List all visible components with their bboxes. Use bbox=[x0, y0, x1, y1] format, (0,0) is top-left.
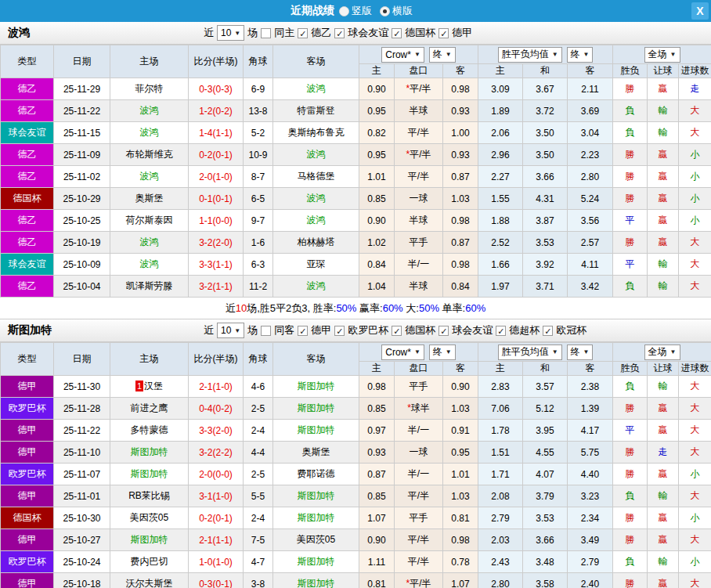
league-checkbox[interactable]: ✓ bbox=[439, 326, 449, 336]
avg-odds-select[interactable]: 胜平负均值▼ bbox=[498, 47, 562, 63]
league-label[interactable]: 德乙 bbox=[311, 26, 331, 40]
league-checkbox[interactable]: ✓ bbox=[439, 28, 449, 38]
near-label: 近 bbox=[204, 26, 214, 40]
match-date: 25-10-30 bbox=[54, 507, 110, 529]
away-odds: 1.07 bbox=[443, 573, 478, 588]
home-team-name: 布轮斯维克 bbox=[126, 149, 173, 160]
match-filters: 近10▼场同主✓德乙✓球会友谊✓德国杯✓德甲 bbox=[204, 25, 472, 41]
fulltime-score: 0-3 bbox=[199, 579, 212, 588]
home-team-name: 波鸿 bbox=[140, 127, 159, 138]
match-score: 0-2(0-1) bbox=[189, 507, 244, 529]
league-label[interactable]: 德国杯 bbox=[405, 323, 435, 337]
away-odds: 0.87 bbox=[443, 232, 478, 254]
summary-part: 近 bbox=[226, 302, 236, 314]
league-label[interactable]: 球会友谊 bbox=[348, 26, 388, 40]
league-label[interactable]: 球会友谊 bbox=[452, 323, 493, 337]
odds-time-select[interactable]: 终▼ bbox=[567, 345, 594, 360]
match-row: 球会友谊25-10-09波鸿3-3(1-1)6-3亚琛0.84半/一0.981.… bbox=[1, 254, 711, 276]
league-label[interactable]: 德国杯 bbox=[405, 26, 435, 40]
odds-time-select[interactable]: 终▼ bbox=[567, 47, 594, 63]
home-team: 费内巴切 bbox=[110, 551, 189, 573]
result-wdl: 負 bbox=[613, 122, 648, 144]
odds-time-select[interactable]: 终▼ bbox=[429, 47, 456, 63]
near-label: 近 bbox=[204, 323, 214, 337]
period-select[interactable]: 全场▼ bbox=[644, 345, 680, 360]
away-team: 斯图加特 bbox=[273, 507, 359, 529]
result-group-header: 全场▼ bbox=[613, 343, 711, 362]
league-checkbox[interactable]: ✓ bbox=[392, 326, 402, 336]
avg-odds-select-value: 胜平负均值 bbox=[502, 345, 549, 359]
league-checkbox[interactable]: ✓ bbox=[334, 326, 345, 336]
avg-home-odds: 2.03 bbox=[478, 529, 523, 551]
summary-part: 50% bbox=[419, 302, 439, 314]
match-type-badge: 球会友谊 bbox=[1, 254, 54, 276]
league-checkbox[interactable] bbox=[261, 28, 271, 38]
radio-circle-icon[interactable] bbox=[339, 6, 349, 16]
result-handicap: 輸 bbox=[648, 485, 679, 507]
match-count-select[interactable]: 10▼ bbox=[217, 25, 244, 41]
avg-away-odds: 5.24 bbox=[568, 188, 613, 210]
away-odds: 0.78 bbox=[443, 551, 478, 573]
close-icon[interactable]: X bbox=[691, 2, 709, 20]
home-team: 多特蒙德 bbox=[110, 420, 189, 442]
match-count-select-value: 10 bbox=[221, 325, 231, 336]
handicap: 半球 bbox=[395, 276, 443, 298]
handicap: 平手 bbox=[395, 376, 443, 398]
result-wdl: 勝 bbox=[613, 232, 648, 254]
period-select[interactable]: 全场▼ bbox=[644, 47, 680, 63]
league-label[interactable]: 德甲 bbox=[452, 26, 472, 40]
avg-draw-odds: 3.92 bbox=[523, 254, 568, 276]
home-team: 沃尔夫斯堡 bbox=[110, 573, 189, 588]
home-odds: 0.90 bbox=[359, 529, 395, 551]
league-checkbox[interactable]: ✓ bbox=[298, 326, 308, 336]
away-odds: 0.81 bbox=[443, 507, 478, 529]
odds-time-select[interactable]: 终▼ bbox=[429, 345, 456, 360]
avg-odds-select[interactable]: 胜平负均值▼ bbox=[498, 345, 562, 360]
handicap: *平/半 bbox=[395, 144, 443, 166]
match-type-badge: 德乙 bbox=[1, 78, 54, 100]
home-team-name: 波鸿 bbox=[140, 105, 159, 116]
league-checkbox[interactable]: ✓ bbox=[334, 28, 345, 38]
bookmaker-select[interactable]: Crow*▼ bbox=[381, 47, 424, 63]
summary-part: 10 bbox=[236, 302, 247, 314]
same-venue-label[interactable]: 同客 bbox=[274, 323, 294, 337]
handicap: 平/半 bbox=[395, 551, 443, 573]
match-row: 德乙25-11-09布轮斯维克0-2(0-1)10-9波鸿0.95*平/半0.9… bbox=[1, 144, 711, 166]
radio-circle-icon[interactable] bbox=[380, 6, 390, 16]
home-team: 布轮斯维克 bbox=[110, 144, 189, 166]
result-handicap: 贏 bbox=[648, 464, 679, 485]
fulltime-score: 3-3 bbox=[199, 259, 212, 270]
match-date: 25-11-02 bbox=[54, 166, 110, 188]
home-team-name: 美因茨05 bbox=[130, 512, 168, 523]
result-wdl: 負 bbox=[613, 485, 648, 507]
result-goals: 大 bbox=[679, 276, 711, 298]
league-label[interactable]: 德超杯 bbox=[509, 323, 540, 337]
match-count-select[interactable]: 10▼ bbox=[217, 323, 244, 338]
radio-horizontal-layout[interactable]: 横版 bbox=[380, 4, 413, 18]
league-checkbox[interactable]: ✓ bbox=[543, 326, 553, 336]
match-type-badge: 德甲 bbox=[1, 420, 54, 442]
crown-odds-group-header: Crow*▼终▼ bbox=[359, 343, 478, 362]
away-team-name: 美因茨05 bbox=[297, 534, 335, 545]
same-venue-label[interactable]: 同主 bbox=[274, 26, 294, 40]
away-team: 斯图加特 bbox=[273, 376, 359, 398]
away-team-name: 斯图加特 bbox=[298, 556, 335, 567]
radio-vertical-layout[interactable]: 竖版 bbox=[339, 4, 372, 18]
column-header: 类型 bbox=[1, 343, 54, 376]
league-label[interactable]: 欧罗巴杯 bbox=[348, 323, 388, 337]
summary-part: 60% bbox=[383, 302, 403, 314]
home-team: 凯泽斯劳滕 bbox=[110, 276, 189, 298]
corner-score: 5-2 bbox=[244, 122, 273, 144]
home-odds: 1.04 bbox=[359, 276, 395, 298]
league-checkbox[interactable]: ✓ bbox=[392, 28, 402, 38]
match-row: 欧罗巴杯25-11-28前进之鹰0-4(0-2)2-5斯图加特0.85*球半1.… bbox=[1, 398, 711, 420]
bookmaker-select[interactable]: Crow*▼ bbox=[381, 345, 424, 360]
halftime-score: (1-0) bbox=[213, 491, 233, 502]
recent-results-panel: 近期战绩 竖版 横版 X 波鸿近10▼场同主✓德乙✓球会友谊✓德国杯✓德甲类型日… bbox=[0, 0, 711, 588]
league-checkbox[interactable] bbox=[261, 326, 271, 336]
league-checkbox[interactable]: ✓ bbox=[496, 326, 506, 336]
league-label[interactable]: 德甲 bbox=[311, 323, 331, 337]
handicap: 一球 bbox=[395, 442, 443, 464]
league-label[interactable]: 欧冠杯 bbox=[556, 323, 586, 337]
league-checkbox[interactable]: ✓ bbox=[298, 28, 308, 38]
